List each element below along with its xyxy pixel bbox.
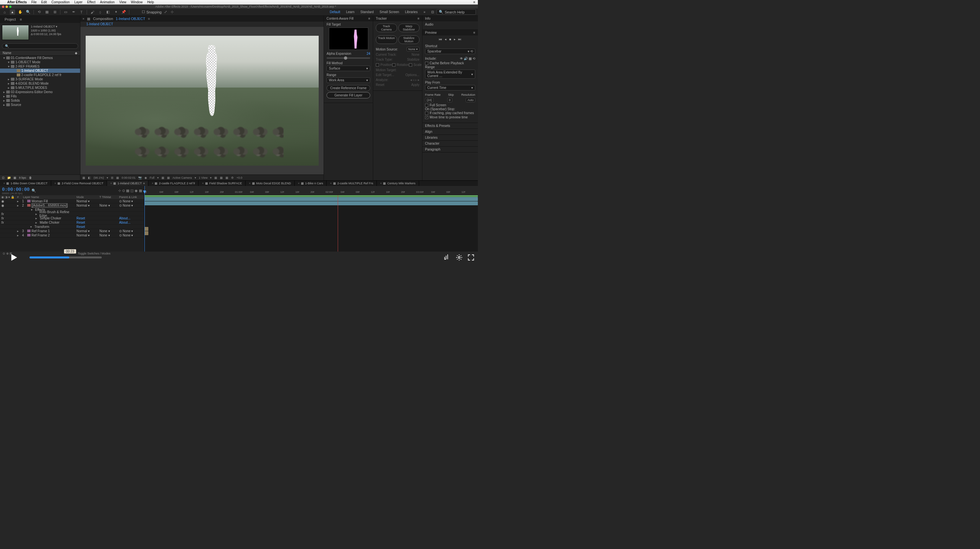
timeline-tab[interactable]: ×▦Field Shadow SURFACE bbox=[199, 181, 245, 186]
generate-fill-button[interactable]: Generate Fill Layer bbox=[326, 92, 370, 98]
project-thumbnail[interactable] bbox=[2, 25, 29, 40]
project-tree[interactable]: ▾01-ContentAware Fill Demos▾1-OBJECT Mod… bbox=[0, 56, 80, 175]
menu-window[interactable]: Window bbox=[131, 0, 143, 4]
libraries-panel[interactable]: Libraries bbox=[422, 135, 478, 141]
character-panel[interactable]: Character bbox=[422, 141, 478, 147]
include-loop-icon[interactable]: ⟲ bbox=[473, 57, 475, 60]
timeline-layer-row[interactable]: ◉▸1Woman FillNormal ▾⊙ None ▾ bbox=[0, 199, 144, 203]
comp-snapshot-icon[interactable]: 📷 bbox=[138, 176, 142, 179]
alpha-exp-value[interactable]: 24 bbox=[367, 52, 370, 56]
comp-transparency-icon[interactable]: ▦ bbox=[167, 176, 170, 179]
skip-dd[interactable]: 0 bbox=[447, 98, 452, 102]
workspace-reset-icon[interactable]: ⊡ bbox=[431, 10, 434, 14]
menu-layer[interactable]: Layer bbox=[74, 0, 83, 4]
app-name[interactable]: After Effects bbox=[7, 0, 27, 4]
preview-stop-icon[interactable]: ■ bbox=[449, 37, 451, 41]
tree-item[interactable]: ▾2-REF FRAMES bbox=[0, 64, 80, 68]
comp-timeline-icon[interactable]: ▦ bbox=[226, 176, 228, 179]
framerate-dd[interactable]: (24) bbox=[425, 98, 434, 102]
tree-item[interactable]: ▸02-Expressions Editor Demo bbox=[0, 90, 80, 94]
paragraph-panel[interactable]: Paragraph bbox=[422, 147, 478, 152]
timeline-layer-row[interactable]: ◉▸2[AdobeS…658959.mov]Normal ▾None ▾⊙ No… bbox=[0, 203, 144, 208]
preview-last-icon[interactable]: ⏭ bbox=[458, 37, 461, 41]
timeline-tab[interactable]: ×▦2-castle MULTIPLE Ref Frs bbox=[326, 181, 377, 186]
maximize-window-button[interactable] bbox=[9, 6, 11, 8]
preview-first-icon[interactable]: ⏮ bbox=[439, 37, 442, 41]
tree-item[interactable]: ▸Source bbox=[0, 103, 80, 107]
timeline-layer-row[interactable]: ▾TransformReset bbox=[0, 225, 144, 229]
timeline-tab[interactable]: ×▦1-Bike Down Crew OBJECT bbox=[0, 181, 51, 186]
snap-opt2-icon[interactable]: ⊹ bbox=[170, 10, 175, 15]
timeline-tab[interactable]: ×▦2-castle FLAGPOLE 2 ref fr bbox=[148, 181, 199, 186]
col-name[interactable]: Layer Name bbox=[22, 195, 75, 199]
tree-item[interactable]: ▾1-OBJECT Mode bbox=[0, 60, 80, 64]
rect-tool[interactable]: ▭ bbox=[63, 10, 68, 15]
layer-bar-3[interactable] bbox=[145, 227, 148, 231]
layer-bar-1[interactable] bbox=[145, 197, 478, 201]
tree-item[interactable]: ▸4-EDGE BLEND Mode bbox=[0, 81, 80, 86]
menu-animation[interactable]: Animation bbox=[100, 0, 115, 4]
comp-draft-icon[interactable]: ▦ bbox=[220, 176, 223, 179]
roto-tool[interactable]: ✦ bbox=[113, 10, 118, 15]
timeline-tabs[interactable]: ×▦1-Bike Down Crew OBJECT×▦2-Field Crew … bbox=[0, 181, 478, 186]
timeline-layer-row[interactable]: fx▸Simple ChokerResetAbout... bbox=[0, 216, 144, 221]
panel-menu-icon[interactable]: ≡ bbox=[18, 17, 24, 22]
pan-behind-tool[interactable]: ⊞ bbox=[52, 10, 57, 15]
settings-icon[interactable] bbox=[455, 254, 463, 261]
range-dropdown[interactable]: Work Area▾ bbox=[326, 78, 370, 83]
snapping-checkbox[interactable]: ☐ bbox=[142, 10, 145, 14]
timeline-layer-row[interactable]: fx▸Roto Brush & Refine Edge bbox=[0, 212, 144, 216]
tree-item[interactable]: ▸Fills bbox=[0, 94, 80, 98]
project-tag-header-icon[interactable]: ◆ bbox=[75, 51, 78, 55]
menu-effect[interactable]: Effect bbox=[87, 0, 95, 4]
timeline-layer-row[interactable]: fx▸Matte ChokerResetAbout... bbox=[0, 221, 144, 225]
comp-alpha-icon[interactable]: ▦ bbox=[83, 176, 85, 179]
minimize-window-button[interactable] bbox=[6, 6, 8, 8]
comp-channel-icon[interactable]: ◉ bbox=[145, 176, 147, 179]
timeline-tab[interactable]: ×▦1-Ireland OBJECT≡ bbox=[107, 181, 148, 186]
composition-viewer[interactable] bbox=[80, 27, 324, 175]
workspace-libraries[interactable]: Libraries bbox=[405, 10, 417, 14]
comp-tab-name[interactable]: 1-Ireland OBJECT bbox=[116, 17, 145, 21]
new-comp-icon[interactable]: ▦ bbox=[13, 176, 16, 179]
project-search-input[interactable] bbox=[2, 43, 78, 49]
project-name-header[interactable]: Name bbox=[3, 51, 11, 55]
zoom-tool[interactable]: 🔍 bbox=[25, 10, 31, 15]
selection-tool[interactable]: ▴ bbox=[10, 10, 15, 15]
timeline-ruler[interactable]: 0f04f08f12f16f20f01:00f04f08f12f16f20f02… bbox=[145, 186, 478, 195]
play-from-dd[interactable]: Current Time▾ bbox=[425, 85, 475, 90]
comp-breadcrumb[interactable]: 1-Ireland OBJECT bbox=[86, 22, 113, 26]
align-panel[interactable]: Align bbox=[422, 129, 478, 135]
track-camera-button[interactable]: Track Camera bbox=[376, 24, 397, 32]
motion-source-dd[interactable]: None ▾ bbox=[407, 47, 420, 51]
timeline-tab[interactable]: ×▦Century Mile Markers bbox=[377, 181, 419, 186]
fullscreen-checkbox[interactable] bbox=[425, 104, 428, 107]
info-panel-title[interactable]: Info bbox=[425, 17, 431, 20]
close-window-button[interactable] bbox=[2, 6, 4, 8]
include-video-icon[interactable]: 👁 bbox=[460, 57, 463, 60]
tracker-menu-icon[interactable]: ≡ bbox=[417, 17, 420, 20]
timeline-tab[interactable]: ×▦1-Bike n Cars bbox=[295, 181, 327, 186]
eraser-tool[interactable]: ◧ bbox=[105, 10, 111, 15]
timeline-icons[interactable]: ⊹ ⊙ ▦ ◫ ◉ ▦ bbox=[118, 189, 142, 193]
comp-tab-menu-icon[interactable]: ≡ bbox=[148, 17, 150, 21]
progress-bar[interactable] bbox=[30, 257, 102, 259]
pen-tool[interactable]: ✒ bbox=[71, 10, 76, 15]
tree-item[interactable]: ▸Solids bbox=[0, 98, 80, 103]
puppet-tool[interactable]: 📌 bbox=[121, 10, 126, 15]
col-num[interactable]: # bbox=[16, 195, 22, 199]
brush-tool[interactable]: 🖌 bbox=[90, 10, 95, 15]
timeline-search-icon[interactable]: 🔍 bbox=[32, 189, 36, 193]
preview-prev-icon[interactable]: ◂ bbox=[445, 37, 446, 41]
tree-item[interactable]: ▸3-SURFACE Mode bbox=[0, 77, 80, 81]
timeline-layer-row[interactable]: ▸3Ref Frame 1Normal ▾None ▾⊙ None ▾ bbox=[0, 229, 144, 233]
stabilize-motion-button[interactable]: Stabilize Motion bbox=[398, 35, 420, 44]
comp-exposure[interactable]: +0.0 bbox=[236, 176, 242, 179]
timeline-tab[interactable]: ×▦Moto Decal EDGE BLEND bbox=[245, 181, 294, 186]
movetime-checkbox[interactable] bbox=[425, 116, 428, 119]
comp-res-dd[interactable]: Full bbox=[150, 176, 154, 179]
layer-bar-2[interactable] bbox=[145, 202, 478, 205]
menu-composition[interactable]: Composition bbox=[51, 0, 70, 4]
menu-view[interactable]: View bbox=[119, 0, 126, 4]
alpha-exp-slider[interactable] bbox=[326, 57, 370, 59]
